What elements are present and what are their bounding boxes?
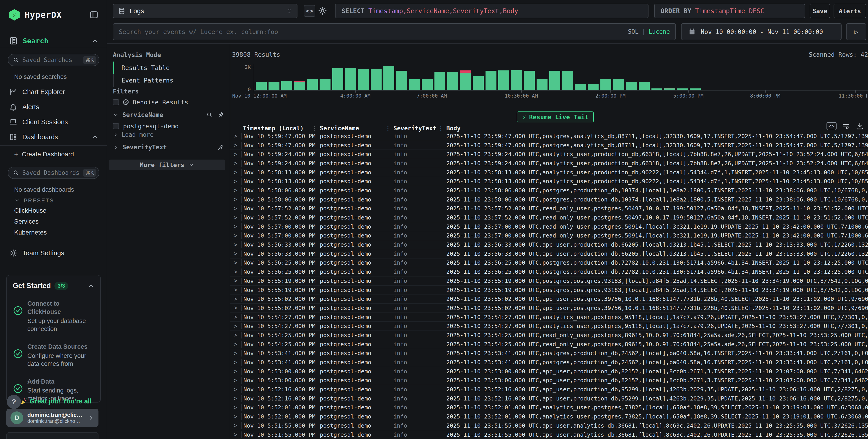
log-row[interactable]: >Nov 10 5:56:25.000 PMpostgresql-demoinf… — [230, 268, 868, 277]
column-header-servicename[interactable]: ServiceName⋮ — [318, 125, 392, 132]
postgresql-demo-checkbox[interactable] — [113, 123, 119, 129]
expand-row-icon[interactable]: > — [230, 242, 241, 248]
column-header-body[interactable]: Body — [444, 125, 868, 132]
histogram-bar[interactable] — [345, 68, 356, 90]
histogram-bar[interactable] — [319, 79, 331, 90]
log-row[interactable]: >Nov 10 5:53:41.000 PMpostgresql-demoinf… — [230, 349, 868, 358]
expand-row-icon[interactable]: > — [230, 287, 241, 293]
expand-row-icon[interactable]: > — [230, 368, 241, 375]
saved-searches-input[interactable]: ⌘K — [8, 54, 99, 66]
search-icon[interactable] — [206, 112, 213, 118]
log-row[interactable]: >Nov 10 5:59:24.000 PMpostgresql-demoinf… — [230, 159, 868, 168]
expand-row-icon[interactable]: > — [230, 151, 241, 157]
source-select[interactable]: Logs — [113, 4, 298, 18]
histogram-bar[interactable] — [256, 82, 267, 90]
expand-row-icon[interactable]: > — [230, 142, 241, 148]
tab-event-patterns[interactable]: Event Patterns — [113, 74, 224, 87]
expand-row-icon[interactable]: > — [230, 422, 241, 429]
log-row[interactable]: >Nov 10 5:52:16.000 PMpostgresql-demoinf… — [230, 394, 868, 403]
sidebar-collapse-icon[interactable] — [89, 10, 98, 20]
alerts-button[interactable]: Alerts — [834, 4, 866, 18]
select-clause-input[interactable]: SELECT Timestamp,ServiceName,SeverityTex… — [335, 4, 649, 18]
log-row[interactable]: >Nov 10 5:53:41.000 PMpostgresql-demoinf… — [230, 358, 868, 367]
histogram-bar[interactable] — [524, 71, 535, 90]
histogram-bar[interactable] — [422, 79, 433, 90]
log-row[interactable]: >Nov 10 5:54:27.000 PMpostgresql-demoinf… — [230, 313, 868, 322]
log-row[interactable]: >Nov 10 5:56:25.000 PMpostgresql-demoinf… — [230, 258, 868, 268]
tab-results-table[interactable]: Results Table — [113, 62, 224, 74]
save-button[interactable]: Save — [810, 4, 830, 18]
expand-row-icon[interactable]: > — [230, 196, 241, 202]
sidebar-item-team-settings[interactable]: Team Settings — [9, 247, 98, 259]
expand-row-icon[interactable]: > — [230, 323, 241, 330]
search-input[interactable] — [119, 28, 624, 35]
load-more-button[interactable]: Load more — [113, 131, 154, 138]
expand-row-icon[interactable]: > — [230, 169, 241, 176]
expand-row-icon[interactable]: > — [230, 269, 241, 275]
log-row[interactable]: >Nov 10 5:55:19.000 PMpostgresql-demoinf… — [230, 277, 868, 286]
histogram-bar[interactable] — [536, 79, 548, 90]
expand-row-icon[interactable]: > — [230, 215, 241, 221]
expand-row-icon[interactable]: > — [230, 386, 241, 393]
histogram-bar[interactable] — [498, 70, 509, 90]
histogram-bar[interactable] — [473, 76, 484, 90]
expand-row-icon[interactable]: > — [230, 395, 241, 402]
expand-row-icon[interactable]: > — [230, 223, 241, 230]
expand-row-icon[interactable]: > — [230, 178, 241, 185]
user-menu[interactable]: D dominic.tran@clic… dominic.tran@clickh… — [6, 409, 98, 427]
expand-row-icon[interactable]: > — [230, 314, 241, 320]
log-row[interactable]: >Nov 10 5:58:06.000 PMpostgresql-demoinf… — [230, 186, 868, 195]
log-row[interactable]: >Nov 10 5:57:00.000 PMpostgresql-demoinf… — [230, 231, 868, 241]
histogram-bar[interactable] — [549, 71, 560, 90]
saved-dashboards-field[interactable] — [22, 169, 83, 176]
preset-clickhouse[interactable]: ClickHouse — [14, 207, 46, 214]
log-row[interactable]: >Nov 10 5:55:02.000 PMpostgresql-demoinf… — [230, 304, 868, 313]
log-row[interactable]: >Nov 10 5:54:25.000 PMpostgresql-demoinf… — [230, 331, 868, 340]
get-started-item[interactable]: Connect to ClickHouseSet up your databas… — [13, 300, 94, 333]
log-row[interactable]: >Nov 10 5:58:13.000 PMpostgresql-demoinf… — [230, 168, 868, 177]
log-row[interactable]: >Nov 10 5:59:47.000 PMpostgresql-demoinf… — [230, 141, 868, 150]
log-row[interactable]: >Nov 10 5:59:47.000 PMpostgresql-demoinf… — [230, 132, 868, 141]
create-dashboard-button[interactable]: + Create Dashboard — [14, 151, 74, 158]
histogram-bar[interactable] — [575, 84, 586, 90]
histogram-bar[interactable] — [358, 69, 369, 90]
presets-header[interactable]: PRESETS — [14, 197, 54, 204]
expand-row-icon[interactable]: > — [230, 278, 241, 284]
expand-row-icon[interactable]: > — [230, 133, 241, 139]
denoise-results-row[interactable]: Denoise Results — [113, 98, 224, 106]
pin-icon[interactable] — [218, 144, 224, 151]
expand-row-icon[interactable]: > — [230, 160, 241, 166]
histogram-bar[interactable] — [371, 69, 381, 90]
expand-row-icon[interactable]: > — [230, 341, 241, 347]
pin-icon[interactable] — [218, 112, 224, 118]
log-row[interactable]: >Nov 10 5:57:52.000 PMpostgresql-demoinf… — [230, 213, 868, 222]
histogram-bar[interactable] — [511, 70, 522, 90]
histogram-bar[interactable] — [677, 88, 688, 90]
histogram-bar[interactable] — [690, 88, 701, 90]
expand-row-icon[interactable]: > — [230, 187, 241, 193]
expand-row-icon[interactable]: > — [230, 432, 241, 438]
sidebar-item-alerts[interactable]: Alerts — [9, 100, 98, 113]
sidebar-item-dashboards[interactable]: Dashboards — [9, 131, 98, 144]
expand-row-icon[interactable]: > — [230, 359, 241, 366]
expand-row-icon[interactable]: > — [230, 350, 241, 356]
histogram-bar[interactable] — [447, 72, 458, 90]
resume-live-tail-button[interactable]: ⚡ Resume Live Tail — [517, 112, 594, 122]
help-button[interactable]: ? — [7, 395, 21, 409]
histogram-bar[interactable] — [332, 68, 343, 90]
preset-services[interactable]: Services — [14, 218, 38, 225]
expand-row-icon[interactable]: > — [230, 413, 241, 420]
preset-kubernetes[interactable]: Kubernetes — [14, 229, 47, 236]
histogram-bar[interactable] — [639, 82, 650, 90]
log-row[interactable]: >Nov 10 5:52:16.000 PMpostgresql-demoinf… — [230, 385, 868, 394]
filter-option-postgresql-demo[interactable]: postgresql-demo — [113, 123, 224, 130]
column-resize-handle[interactable]: ⋮ — [438, 125, 443, 131]
histogram-bar[interactable] — [651, 88, 662, 90]
filter-section-severitytext[interactable]: SeverityText — [113, 144, 224, 151]
column-resize-handle[interactable]: ⋮ — [385, 125, 390, 131]
histogram-bar[interactable] — [600, 79, 611, 90]
log-row[interactable]: >Nov 10 5:53:00.000 PMpostgresql-demoinf… — [230, 367, 868, 376]
expand-row-icon[interactable]: > — [230, 251, 241, 257]
histogram-bar[interactable] — [383, 66, 394, 90]
chevron-up-icon[interactable] — [92, 133, 98, 140]
